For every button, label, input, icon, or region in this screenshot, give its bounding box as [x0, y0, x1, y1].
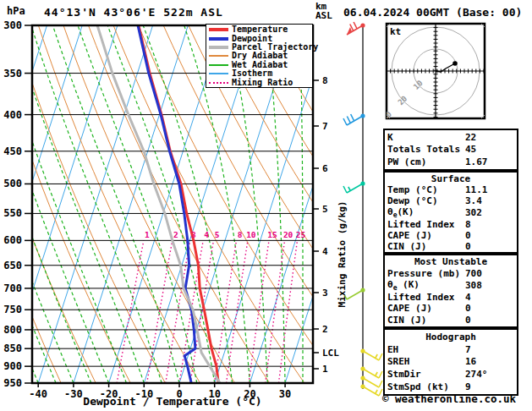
table-row-value: 302: [465, 207, 482, 218]
table-row-label: EH: [387, 344, 465, 355]
table-row: Totals Totals45: [387, 144, 514, 156]
table-row: Lifted Index4: [387, 292, 514, 303]
wind-barb: [347, 22, 365, 35]
legend-item-label: Mixing Ratio: [232, 79, 293, 87]
wet-adiabat-line: [0, 25, 3, 383]
table-row: PW (cm)1.67: [387, 156, 514, 168]
pressure-tick-label: 550: [3, 207, 22, 219]
km-tick-label: 2: [322, 324, 328, 335]
table-row-label: Lifted Index: [387, 292, 465, 303]
table-title: Hodograph: [387, 331, 514, 343]
table-title: Surface: [387, 173, 514, 184]
table-row-value: 9: [465, 381, 471, 392]
table-row-label: StmSpd (kt): [387, 381, 465, 392]
legend-item-label: Dry Adiabat: [232, 52, 288, 60]
pressure-tick-label: 400: [3, 109, 22, 121]
pressure-unit-label: hPa: [7, 5, 25, 17]
table-row: CIN (J)0: [387, 241, 514, 252]
wind-barb: [345, 288, 365, 299]
table-row: CAPE (J)0: [387, 303, 514, 314]
table-row: K22: [387, 131, 514, 144]
km-tick-label: 3: [322, 288, 328, 299]
wind-barb: [343, 113, 365, 125]
legend-item-label: Temperature: [232, 25, 288, 34]
table-row-label: CAPE (J): [387, 303, 465, 314]
legend-line-swatch: [209, 64, 228, 66]
table-row: Pressure (mb)700: [387, 267, 514, 278]
mixing-ratio-axis-label: Mixing Ratio (g/kg): [337, 187, 348, 322]
table-row: StmSpd (kt)9: [387, 381, 514, 393]
km-tick-label: 4: [322, 246, 328, 257]
table-row-label: Lifted Index: [387, 219, 465, 230]
mixing-ratio-line: [266, 240, 285, 383]
table-row-value: 4: [465, 292, 471, 303]
pressure-tick-label: 650: [3, 260, 22, 271]
legend-item: Isotherm: [209, 69, 312, 78]
hodograph-plot: 102030: [370, 5, 502, 137]
pressure-tick-label: 750: [3, 304, 22, 315]
table-row-value: 1.67: [465, 156, 488, 167]
table-row: SREH16: [387, 356, 514, 369]
table-row-value: 11.1: [465, 184, 488, 195]
table-row-value: 8: [465, 219, 471, 230]
legend-line-swatch: [209, 73, 228, 74]
table-row: θe(K)302: [387, 206, 514, 219]
legend-line-swatch: [209, 37, 228, 41]
pressure-tick-label: 950: [3, 377, 22, 389]
table-row-value: 45: [465, 144, 476, 155]
table-row: Dewp (°C)3.4: [387, 195, 514, 206]
table-row-value: 16: [465, 356, 476, 367]
mixing-ratio-line: [117, 240, 144, 383]
km-tick-label: 6: [322, 163, 328, 174]
lcl-label: LCL: [322, 348, 339, 359]
indices-table: HodographEH7SREH16StmDir274°StmSpd (kt)9: [383, 328, 518, 396]
mixing-ratio-label: 2: [173, 230, 178, 239]
table-row-label: Totals Totals: [387, 144, 465, 155]
mixing-ratio-label: 1: [145, 230, 150, 239]
table-row-label: Pressure (mb): [387, 268, 465, 279]
table-row-label: StmDir: [387, 369, 465, 380]
legend-line-swatch: [209, 55, 228, 57]
legend: TemperatureDewpointParcel TrajectoryDry …: [206, 24, 313, 88]
indices-table: SurfaceTemp (°C)11.1Dewp (°C)3.4θe(K)302…: [383, 171, 518, 254]
table-row-label: θe (K): [387, 279, 465, 292]
altitude-axis-unit: km ASL: [315, 2, 332, 20]
km-tick-label: 7: [322, 121, 328, 132]
pressure-tick-label: 900: [3, 360, 22, 372]
table-row-value: 3.4: [465, 195, 482, 206]
x-axis-label: Dewpoint / Temperature (°C): [32, 395, 313, 408]
table-row-label: θe(K): [387, 206, 465, 219]
table-row-label: CIN (J): [387, 315, 465, 326]
dry-adiabat-line: [38, 25, 201, 386]
table-row-label: Temp (°C): [387, 184, 465, 195]
legend-item: Temperature: [209, 25, 312, 34]
mixing-ratio-label: 25: [296, 230, 306, 239]
table-row-value: 700: [465, 268, 482, 279]
indices-table: K22Totals Totals45PW (cm)1.67: [383, 129, 518, 171]
skewt-sounding-chart: 1234581015202530035040045050055060065070…: [0, 0, 532, 411]
indices-table: Most UnstablePressure (mb)700θe (K)308Li…: [383, 254, 518, 328]
mixing-ratio-label: 10: [246, 230, 256, 239]
pressure-tick-label: 850: [3, 342, 22, 354]
table-row-value: 0: [465, 315, 471, 326]
table-row-value: 7: [465, 344, 471, 355]
table-row-label: CIN (J): [387, 241, 465, 252]
copyright-footer: © weatheronline.co.uk: [382, 392, 516, 405]
hodograph-unit-label: kt: [390, 26, 401, 37]
legend-line-swatch: [209, 28, 228, 31]
legend-line-swatch: [209, 82, 228, 84]
legend-item: Dry Adiabat: [209, 52, 312, 60]
table-row-label: CAPE (J): [387, 230, 465, 241]
mixing-ratio-label: 4: [204, 230, 209, 239]
km-tick-label: 1: [322, 364, 328, 375]
pressure-tick-label: 700: [3, 282, 22, 294]
mixing-ratio-label: 5: [215, 230, 220, 239]
table-row: θe (K)308: [387, 279, 514, 292]
table-row-value: 274°: [465, 369, 488, 380]
table-row: CIN (J)0: [387, 315, 514, 326]
pressure-tick-label: 800: [3, 324, 22, 336]
pressure-tick-label: 600: [3, 234, 22, 246]
table-row-value: 0: [465, 241, 471, 252]
mixing-ratio-label: 20: [283, 230, 293, 239]
mixing-ratio-label: 3: [191, 230, 196, 239]
